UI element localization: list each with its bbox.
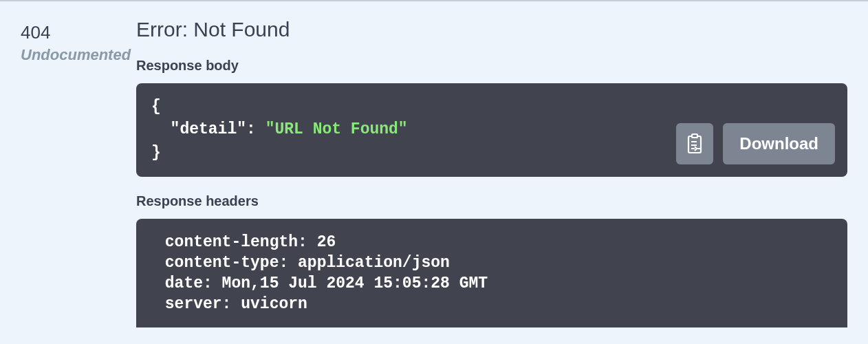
error-title: Error: Not Found xyxy=(136,18,847,41)
response-headers-content: content-length: 26 content-type: applica… xyxy=(155,233,828,315)
response-column: Error: Not Found Response body { "detail… xyxy=(136,18,847,327)
copy-button[interactable] xyxy=(676,123,713,164)
response-headers-label: Response headers xyxy=(136,193,847,209)
body-actions: Download xyxy=(676,123,835,164)
response-body-block: { "detail": "URL Not Found" } Download xyxy=(136,83,847,177)
json-value: "URL Not Found" xyxy=(265,120,408,138)
json-key: "detail" xyxy=(171,120,246,138)
download-button[interactable]: Download xyxy=(723,123,835,164)
status-column: 404 Undocumented xyxy=(21,18,136,327)
svg-rect-1 xyxy=(692,134,697,138)
status-code: 404 xyxy=(21,22,136,43)
clipboard-icon xyxy=(685,133,704,155)
response-container: 404 Undocumented Error: Not Found Respon… xyxy=(0,1,868,327)
response-headers-block: content-length: 26 content-type: applica… xyxy=(136,219,847,327)
undocumented-label: Undocumented xyxy=(21,46,136,64)
response-body-label: Response body xyxy=(136,58,847,74)
